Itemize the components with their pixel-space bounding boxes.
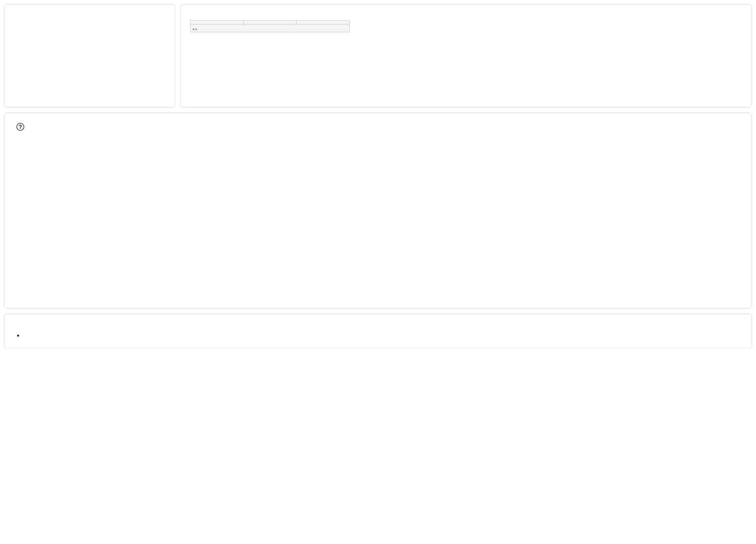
execution-pie-chart[interactable] [362, 20, 441, 100]
col-category[interactable] [191, 21, 244, 25]
configuration-card [4, 4, 175, 108]
help-icon[interactable]: ? [16, 123, 24, 131]
performance-recommendation-card [4, 313, 752, 348]
performance-bullet [24, 330, 742, 341]
execution-summary-table [190, 20, 350, 25]
breakdown-title: ? [14, 120, 742, 132]
col-percentage[interactable] [297, 21, 350, 25]
step-time-area-chart[interactable] [14, 153, 742, 293]
step-time-breakdown-card: ? [4, 112, 752, 309]
execution-summary-card: ◂ ▸ [180, 4, 752, 108]
table-toolbar[interactable]: ◂ ▸ [190, 26, 350, 32]
col-duration[interactable] [244, 21, 297, 25]
